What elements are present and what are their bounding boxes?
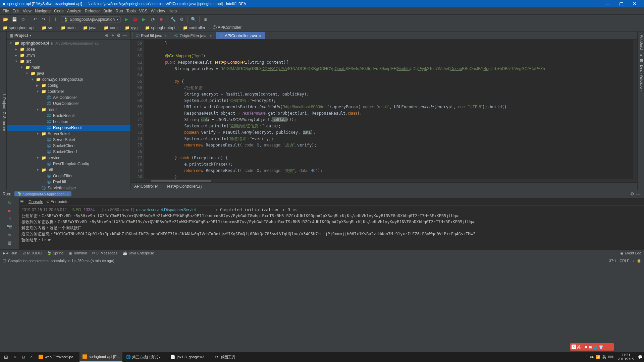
undo-icon[interactable]: ↶ xyxy=(32,16,38,22)
console-output[interactable]: 2019-07-15 11:20:55.012 INFO 13384 --- [… xyxy=(19,205,644,249)
wrench-icon[interactable]: 🔧 xyxy=(170,16,176,22)
editor-h-scrollbar[interactable] xyxy=(131,179,637,182)
tree-item-ResponseResult[interactable]: ⒸResponseResult xyxy=(7,125,130,131)
ime-icon[interactable]: 英 xyxy=(602,355,606,360)
tree-item-SocketClient1[interactable]: ⒸSocketClient1 xyxy=(7,149,130,155)
menu-analyze[interactable]: Analyze xyxy=(67,9,82,13)
tree-item-controller[interactable]: ▼📁controller xyxy=(7,88,130,95)
crumb-controller[interactable]: 📁 controller xyxy=(183,25,206,30)
collapse-all-icon[interactable]: ÷ xyxy=(110,33,116,39)
crumb-main[interactable]: 📁 main xyxy=(61,25,75,30)
build-icon[interactable]: ⤓ xyxy=(52,16,58,22)
project-tree[interactable]: ▼📁springboot-apiE:\MySoftware\springboot… xyxy=(7,40,130,190)
tree-item-UserController[interactable]: ⒸUserController xyxy=(7,101,130,107)
tree-item-result[interactable]: ▼📁result xyxy=(7,107,130,113)
pause-icon[interactable]: ⏸ xyxy=(6,216,12,222)
crumb-java[interactable]: 📁 java xyxy=(83,25,96,30)
taskbar-springboot-api [E...[interactable]: 🟧springboot-api [E... xyxy=(79,352,122,362)
tree-item-ServerSoket[interactable]: ▼📁ServerSoket xyxy=(7,131,130,137)
endpoints-tab[interactable]: ↯ Endpoints xyxy=(46,199,68,204)
tree-item-main[interactable]: ▼📁main xyxy=(7,64,130,70)
bottom-tab-3[interactable]: ▣ Terminal xyxy=(69,251,87,255)
task-view-button[interactable]: ⊡ xyxy=(19,352,28,362)
taskbar-截图工具[interactable]: ✂截图工具 xyxy=(211,352,238,362)
crumb-com[interactable]: 📁 com xyxy=(104,25,117,30)
bean-validation-tab[interactable]: Bean Validation xyxy=(640,65,644,90)
menu-navigate[interactable]: Navigate xyxy=(35,9,51,13)
project-tab[interactable]: 1: Project xyxy=(2,93,6,109)
exit-icon[interactable]: ⎋ xyxy=(6,232,12,238)
select-opened-icon[interactable]: ⊕ xyxy=(104,33,110,39)
menu-tools[interactable]: Tools xyxy=(126,9,136,13)
tab-OriginFilter.java[interactable]: ⒸOriginFilter.java× xyxy=(171,32,215,39)
structure-icon[interactable]: ⊞ xyxy=(202,16,208,22)
taskbar-web [E:\WorkSpa...[interactable]: 🟧web [E:\WorkSpa... xyxy=(36,352,79,362)
menu-help[interactable]: Help xyxy=(168,9,177,13)
bottom-tab-4[interactable]: ✉ 0: Messages xyxy=(92,251,117,255)
tray-up-icon[interactable]: ˄ xyxy=(586,355,588,359)
run-hide-icon[interactable]: — xyxy=(635,191,641,197)
system-tray[interactable]: ˄ 🕪 📶 英 ⌨ 11:21 2019/7/15 💬 xyxy=(586,353,643,361)
settings-icon[interactable]: ⚙ xyxy=(179,16,185,22)
run-settings-icon[interactable]: ⚙ xyxy=(629,191,635,197)
tree-item-BaiduResult[interactable]: ⒸBaiduResult xyxy=(7,113,130,119)
tree-item-java[interactable]: ▼📁java xyxy=(7,70,130,76)
tree-item-config[interactable]: ▶📁config xyxy=(7,82,130,88)
start-button[interactable]: ⊞ xyxy=(1,352,11,362)
clock-date[interactable]: 2019/7/15 xyxy=(618,357,634,361)
bottom-tab-1[interactable]: ☑ 6: TODO xyxy=(22,251,42,255)
menu-build[interactable]: Build xyxy=(103,9,112,13)
tree-item-OriginFilter[interactable]: ⒸOriginFilter xyxy=(7,173,130,179)
cortana-button[interactable]: ○ xyxy=(11,352,19,362)
tree-item-.mvn[interactable]: ▶📁.mvn xyxy=(7,52,130,58)
debug-icon[interactable]: 🐞 xyxy=(132,16,138,22)
tree-item-RsaUtil[interactable]: ⒸRsaUtil xyxy=(7,179,130,185)
code-breadcrumb[interactable]: APIController〉TestApiController1() xyxy=(131,182,637,190)
menu-edit[interactable]: Edit xyxy=(12,9,19,13)
rerun-icon[interactable]: ↻ xyxy=(6,199,12,205)
crumb-springboot-api[interactable]: 📁 springboot-api xyxy=(3,25,34,30)
menu-window[interactable]: Window xyxy=(151,9,165,13)
minimize-button[interactable]: — xyxy=(601,1,614,6)
stop-icon[interactable]: ■ xyxy=(158,16,164,22)
open-icon[interactable]: 📂 xyxy=(3,16,9,22)
right-sidebar-tabs[interactable]: Ant Build m ⊟ Bean Validation xyxy=(637,32,644,190)
line-separator[interactable]: CRLF xyxy=(620,259,629,263)
close-button[interactable]: ✕ xyxy=(628,1,641,6)
clock-time[interactable]: 11:21 xyxy=(618,353,634,357)
ant-build-tab[interactable]: Ant Build xyxy=(640,35,644,50)
taskbar-第三方接口测试 - ...[interactable]: 🌐第三方接口测试 - ... xyxy=(123,352,167,362)
ime-popup[interactable]: S英, ☻ ⊞ 🌐 👕 xyxy=(570,343,614,351)
tree-item-util[interactable]: ▼📁util xyxy=(7,167,130,173)
menu-refactor[interactable]: Refactor xyxy=(85,9,100,13)
tree-item-Location[interactable]: ⒸLocation xyxy=(7,119,130,125)
crumb-APIController[interactable]: Ⓒ APIController xyxy=(213,25,241,31)
tree-item-com.qyq.springbootapi[interactable]: ▼📁com.qyq.springbootapi xyxy=(7,76,130,82)
network-icon[interactable]: 🕪 xyxy=(590,355,594,359)
maven-tab[interactable]: m xyxy=(640,53,644,56)
bottom-tab-0[interactable]: ▶ 4: Run xyxy=(3,251,17,255)
bottom-tab-5[interactable]: ☕ Java Enterprise xyxy=(123,251,154,255)
tree-item-ServerSoket[interactable]: ⒸServerSoket xyxy=(7,137,130,143)
run-config-selector[interactable]: 🍃 SpringbootApiApplication ▾ xyxy=(61,16,121,22)
error-stripe[interactable] xyxy=(633,40,637,179)
tree-item-RestTemplateConfig[interactable]: ⒸRestTemplateConfig xyxy=(7,161,130,167)
menubar[interactable]: FileEditViewNavigateCodeAnalyzeRefactorB… xyxy=(0,7,644,15)
lock-icon[interactable]: 🔒 xyxy=(637,258,641,263)
menu-vcs[interactable]: VCS xyxy=(139,9,148,13)
taskbar-jdk1.8_googleV3 ...[interactable]: 📄jdk1.8_googleV3 ... xyxy=(167,352,211,362)
run-icon[interactable]: ▶ xyxy=(123,16,129,22)
tree-item-src[interactable]: ▼📁src xyxy=(7,58,130,64)
tree-item-service[interactable]: ▼📁service xyxy=(7,155,130,161)
tree-item-APIController[interactable]: ⒸAPIController xyxy=(7,95,130,101)
nav-breadcrumb[interactable]: 📁 springboot-api〉📁 src〉📁 main〉📁 java〉📁 c… xyxy=(0,24,644,32)
tree-item-ServletInitializer[interactable]: ⒸServletInitializer xyxy=(7,185,130,190)
tab-RsaUtil.java[interactable]: ⒸRsaUtil.java× xyxy=(132,32,170,39)
event-log[interactable]: ◉ Event Log xyxy=(620,251,641,255)
trash-icon[interactable]: 🗑 xyxy=(6,240,12,246)
menu-view[interactable]: View xyxy=(23,9,32,13)
wifi-icon[interactable]: 📶 xyxy=(596,355,600,359)
database-tab[interactable]: ⊟ xyxy=(640,59,644,62)
search-icon[interactable]: 🔍 xyxy=(191,16,197,22)
coverage-icon[interactable]: ▶ xyxy=(141,16,147,22)
